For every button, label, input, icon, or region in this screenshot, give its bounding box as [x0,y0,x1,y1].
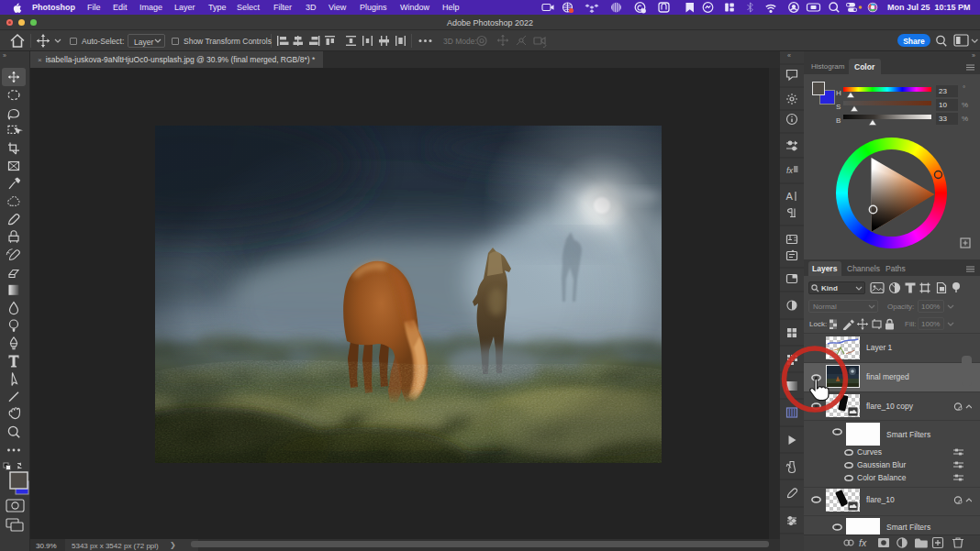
svg-text:fx: fx [859,537,867,548]
svg-text:A: A [786,191,794,202]
svg-text:fx: fx [786,166,794,175]
